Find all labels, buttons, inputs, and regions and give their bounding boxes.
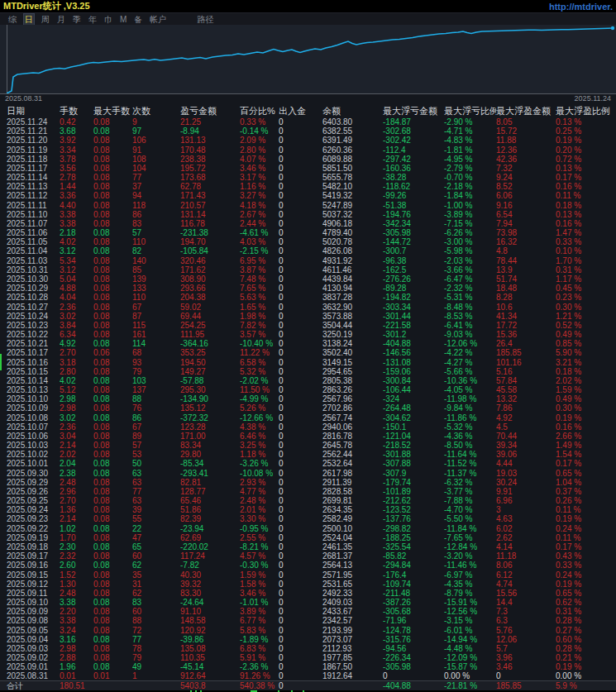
table-row[interactable]: 2025.09.292.480.086382.812.93 %02911.39-… (0, 478, 616, 487)
cell-5: 3.27 % (240, 191, 279, 200)
table-row[interactable]: 2025.09.022.880.0879110.355.91 %01977.85… (0, 653, 616, 662)
table-row[interactable]: 2025.09.191.700.084762.692.55 %02524.04-… (0, 533, 616, 542)
table-row[interactable]: 2025.09.121.300.083139.321.58 %02531.65-… (0, 580, 616, 589)
table-row[interactable]: 2025.10.102.980.0888-134.90-4.99 %02567.… (0, 394, 616, 403)
table-row[interactable]: 2025.09.252.700.086365.462.48 %02699.81-… (0, 496, 616, 505)
toolbar-tab-日[interactable]: 日 (24, 14, 34, 25)
table-row[interactable]: 2025.10.305.040.08139308.907.48 %04439.8… (0, 274, 616, 284)
cell-1: 3.84 (60, 321, 93, 330)
table-row[interactable]: 2025.11.142.780.0877173.683.17 %05655.78… (0, 173, 616, 182)
toolbar-tab-综[interactable]: 综 (8, 14, 17, 25)
table-row[interactable]: 2025.10.144.020.08103-57.88-2.02 %02805.… (0, 376, 616, 385)
toolbar-tab-备[interactable]: 备 (134, 14, 142, 25)
cell-11: 0.19 % (556, 514, 610, 523)
cell-3: 53 (132, 450, 180, 459)
toolbar-tab-M[interactable]: M (120, 14, 127, 25)
cell-0: 2025.11.03 (7, 256, 60, 265)
table-row[interactable]: 2025.10.214.920.08114-364.16-10.40 %0313… (0, 339, 616, 348)
table-row[interactable]: 2025.11.123.360.0894171.433.27 %05419.32… (0, 191, 616, 200)
table-row[interactable]: 2025.10.313.120.0885171.623.87 %04611.46… (0, 265, 616, 274)
table-row[interactable]: 2025.09.112.480.086283.303.46 %02492.33-… (0, 589, 616, 598)
table-row[interactable]: 2025.11.240.420.08921.250.33 %06403.80-1… (0, 117, 616, 126)
table-row[interactable]: 2025.10.063.040.0889171.006.46 %02816.78… (0, 432, 616, 441)
table-row[interactable]: 2025.09.011.960.0849-45.14-2.36 %01867.5… (0, 662, 616, 671)
cell-5: 6.95 % (240, 256, 279, 265)
cell-1: 2.48 (60, 478, 93, 487)
table-row[interactable]: 2025.09.241.360.083951.862.01 %02634.35-… (0, 505, 616, 514)
table-row[interactable]: 2025.10.032.140.085783.343.25 %02645.78-… (0, 441, 616, 450)
table-row[interactable]: 2025.08.310.010.011912.6491.26 %01912.64… (0, 671, 616, 680)
cell-1: 3.04 (60, 432, 93, 441)
cell-5: 4.38 % (240, 422, 279, 432)
table-row[interactable]: 2025.11.043.120.0882-105.84-2.15 %04826.… (0, 246, 616, 255)
table-row[interactable]: 2025.09.053.240.0872120.925.83 %02193.99… (0, 625, 616, 634)
table-row[interactable]: 2025.10.272.360.086759.021.65 %03632.90-… (0, 302, 616, 311)
cell-10: 26.4 (496, 339, 556, 348)
cell-5: 3.30 % (240, 514, 279, 523)
vendor-url-link[interactable]: http://mtdriver. (549, 2, 613, 12)
cell-11: 0.25 % (556, 126, 610, 136)
table-row[interactable]: 2025.10.163.180.0893194.506.58 %03149.15… (0, 357, 616, 366)
table-row[interactable]: 2025.10.135.120.08137295.3011.50 %02863.… (0, 385, 616, 394)
table-row[interactable]: 2025.10.083.020.0886-372.32-12.66 %02567… (0, 413, 616, 422)
table-row[interactable]: 2025.11.203.920.08106131.132.09 %06391.4… (0, 136, 616, 145)
cell-1: 2.04 (60, 459, 93, 468)
cell-6: 0 (279, 644, 322, 653)
table-row[interactable]: 2025.09.103.380.0883-24.64-1.01 %02409.0… (0, 598, 616, 607)
table-row[interactable]: 2025.09.302.380.0863-293.41-10.08 %02617… (0, 469, 616, 478)
toolbar-tab-周[interactable]: 周 (41, 14, 50, 25)
table-row[interactable]: 2025.10.294.880.08133293.667.65 %04130.9… (0, 284, 616, 293)
cell-8: -307.88 (383, 459, 444, 468)
cell-0: 2025.09.04 (7, 635, 60, 644)
table-row[interactable]: 2025.10.152.800.0879149.275.32 %02954.65… (0, 367, 616, 376)
table-row[interactable]: 2025.11.103.380.0886131.142.67 %05037.32… (0, 210, 616, 219)
cell-5: 1.65 % (240, 303, 279, 312)
table-row[interactable]: 2025.11.114.400.08118210.574.18 %05247.8… (0, 201, 616, 210)
cell-7: 4611.46 (322, 265, 383, 274)
cell-6: 0 (279, 533, 322, 542)
cell-5: -0.95 % (240, 524, 279, 533)
table-row[interactable]: 2025.10.012.040.0850-85.34-3.26 %02532.6… (0, 459, 616, 468)
table-row[interactable]: 2025.11.054.020.08110194.704.03 %05020.7… (0, 237, 616, 246)
toolbar-tab-年[interactable]: 年 (88, 14, 97, 25)
table-row[interactable]: 2025.11.193.340.0891170.482.80 %06260.36… (0, 146, 616, 155)
table-row[interactable]: 2025.10.092.980.0876135.125.26 %02702.86… (0, 403, 616, 413)
table-row[interactable]: 2025.09.262.960.0877128.774.77 %02828.58… (0, 487, 616, 496)
table-row[interactable]: 2025.11.131.440.083762.781.16 %05482.10-… (0, 182, 616, 191)
toolbar-tab-帐户[interactable]: 帐户 (150, 14, 166, 25)
table-row[interactable]: 2025.09.092.200.086091.103.89 %02433.67-… (0, 607, 616, 616)
table-row[interactable]: 2025.10.233.840.08115254.257.82 %03504.4… (0, 321, 616, 330)
cell-3: 60 (132, 607, 180, 616)
cell-3: 79 (132, 367, 180, 376)
table-row[interactable]: 2025.09.043.160.0877-39.86-1.89 %02073.0… (0, 635, 616, 644)
cell-9: -2.03 % (444, 256, 496, 265)
table-row[interactable]: 2025.11.213.680.0897-8.94-0.14 %06382.55… (0, 126, 616, 136)
table-row[interactable]: 2025.11.183.780.08108238.384.07 %06089.8… (0, 155, 616, 164)
cell-1: 2.36 (60, 422, 93, 432)
table-row[interactable]: 2025.09.221.020.0822-23.94-0.95 %02500.1… (0, 524, 616, 533)
table-row[interactable]: 2025.10.226.340.08161111.953.57 %03250.1… (0, 330, 616, 339)
table-row[interactable]: 2025.10.072.360.0867123.284.38 %02940.06… (0, 422, 616, 432)
table-row[interactable]: 2025.10.172.700.0668353.2511.22 %03502.4… (0, 348, 616, 357)
table-row[interactable]: 2025.09.232.140.085582.393.30 %02582.49-… (0, 514, 616, 523)
path-button[interactable]: 路径 (197, 14, 213, 25)
table-row[interactable]: 2025.09.162.600.0862-7.82-0.30 %02564.13… (0, 561, 616, 570)
cell-4: 171.62 (180, 265, 240, 274)
cell-0: 2025.11.13 (7, 182, 60, 191)
table-row[interactable]: 2025.10.243.020.088769.441.98 %03573.88-… (0, 312, 616, 321)
table-row[interactable]: 2025.09.182.300.0865-220.02-8.21 %02461.… (0, 542, 616, 551)
table-row[interactable]: 2025.11.173.560.08104195.723.46 %05851.5… (0, 164, 616, 173)
table-row[interactable]: 2025.10.022.020.085329.801.18 %02562.44-… (0, 450, 616, 459)
toolbar-tab-季[interactable]: 季 (73, 14, 81, 25)
table-row[interactable]: 2025.10.284.040.08110204.385.63 %03837.2… (0, 293, 616, 302)
table-row[interactable]: 2025.09.032.980.0878135.086.83 %02112.93… (0, 644, 616, 653)
table-row[interactable]: 2025.09.151.520.083540.301.59 %02571.95-… (0, 570, 616, 579)
toolbar-tab-月[interactable]: 月 (57, 14, 65, 25)
cell-3: 139 (132, 274, 180, 284)
table-row[interactable]: 2025.11.073.380.0883116.782.44 %04906.18… (0, 219, 616, 228)
table-row[interactable]: 2025.09.172.320.0860117.244.57 %02681.37… (0, 551, 616, 561)
table-row[interactable]: 2025.11.035.340.08140320.466.95 %04931.9… (0, 256, 616, 265)
toolbar-tab-巾[interactable]: 巾 (104, 14, 112, 25)
table-row[interactable]: 2025.11.062.180.0857-231.38-4.61 %04789.… (0, 228, 616, 237)
table-row[interactable]: 2025.09.083.380.0888148.586.77 %02342.57… (0, 616, 616, 625)
